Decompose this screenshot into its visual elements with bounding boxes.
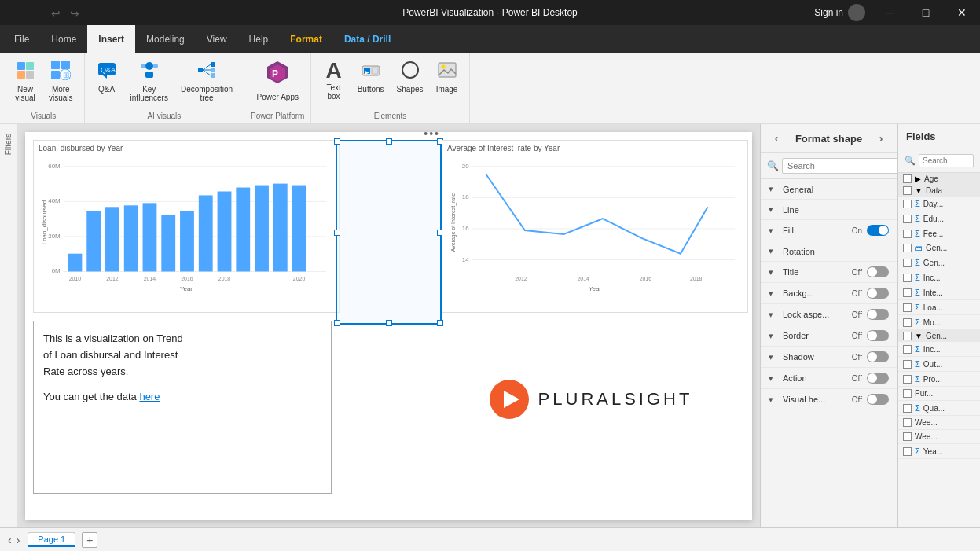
canvas-area[interactable]: Loan_disbursed by Year 60M 40M 20M 0M Lo… [17, 124, 760, 527]
prev-page-button[interactable]: ‹ [6, 534, 13, 546]
tab-help[interactable]: Help [238, 25, 280, 53]
field-gen2[interactable]: Σ Gen... [898, 255, 980, 270]
border-toggle[interactable] [867, 330, 889, 341]
age-group-checkbox[interactable] [903, 174, 912, 183]
field-inc[interactable]: Σ Inc... [898, 270, 980, 285]
decomposition-tree-button[interactable]: Decompositiontree [176, 57, 237, 105]
field-pro[interactable]: Σ Pro... [898, 372, 980, 387]
format-item-title[interactable]: ▾ Title Off [761, 262, 897, 283]
format-item-general[interactable]: ▾ General [761, 179, 897, 200]
day-checkbox[interactable] [903, 200, 912, 208]
selected-shape[interactable]: ••• [336, 140, 442, 325]
format-item-border[interactable]: ▾ Border Off [761, 325, 897, 347]
inte-checkbox[interactable] [903, 288, 912, 297]
image-button[interactable]: Image [431, 57, 463, 97]
shapes-button[interactable]: Shapes [392, 57, 428, 97]
fields-search-input[interactable] [919, 154, 974, 167]
tab-data-drill[interactable]: Data / Drill [333, 25, 402, 53]
field-wee1[interactable]: Wee... [898, 416, 980, 430]
user-avatar[interactable] [848, 4, 865, 21]
format-panel-prev[interactable]: ‹ [769, 130, 784, 146]
lock-toggle-track[interactable] [867, 309, 889, 320]
qa-button[interactable]: Q&A Q&A [91, 57, 123, 97]
bg-toggle[interactable] [867, 288, 889, 299]
field-gen1[interactable]: 🗃 Gen... [898, 241, 980, 255]
format-item-line[interactable]: ▾ Line [761, 200, 897, 220]
close-button[interactable]: ✕ [944, 0, 980, 25]
handle-bottom-left[interactable] [334, 320, 340, 326]
inc2-checkbox[interactable] [903, 345, 912, 354]
filters-toggle[interactable]: Filters [4, 134, 13, 155]
handle-middle-left[interactable] [334, 230, 340, 236]
visual-header-toggle-track[interactable] [867, 394, 889, 405]
handle-bottom-right[interactable] [437, 320, 443, 326]
field-inte[interactable]: Σ Inte... [898, 285, 980, 300]
border-toggle-track[interactable] [867, 330, 889, 341]
tab-format[interactable]: Format [279, 25, 333, 53]
maximize-button[interactable]: □ [908, 0, 944, 25]
line-chart-viz[interactable]: Average of Interest_rate by Year 20 18 1… [442, 140, 748, 313]
here-link[interactable]: here [139, 391, 160, 402]
shadow-toggle[interactable] [867, 351, 889, 362]
field-wee2[interactable]: Wee... [898, 430, 980, 444]
field-edu[interactable]: Σ Edu... [898, 211, 980, 226]
field-inc2[interactable]: Σ Inc... [898, 342, 980, 357]
qua-checkbox[interactable] [903, 404, 912, 413]
redo-button[interactable]: ↪ [66, 5, 83, 22]
field-fee[interactable]: Σ Fee... [898, 226, 980, 241]
title-toggle[interactable] [867, 266, 889, 277]
visual-header-toggle[interactable] [867, 394, 889, 405]
fill-toggle-track[interactable] [867, 225, 889, 236]
key-influencers-button[interactable]: Keyinfluencers [126, 57, 173, 105]
minimize-button[interactable]: ─ [872, 0, 908, 25]
format-item-rotation[interactable]: ▾ Rotation [761, 241, 897, 262]
shadow-toggle-track[interactable] [867, 351, 889, 362]
wee1-checkbox[interactable] [903, 418, 912, 427]
format-item-fill[interactable]: ▾ Fill On [761, 220, 897, 241]
fields-group-age[interactable]: ▶ Age [898, 173, 980, 185]
tab-home[interactable]: Home [40, 25, 87, 53]
yea-checkbox[interactable] [903, 447, 912, 456]
loa-checkbox[interactable] [903, 303, 912, 312]
bg-toggle-track[interactable] [867, 288, 889, 299]
fields-group-data[interactable]: ▼ Data [898, 185, 980, 197]
gen1-checkbox[interactable] [903, 244, 912, 252]
field-qua[interactable]: Σ Qua... [898, 401, 980, 416]
title-toggle-track[interactable] [867, 266, 889, 277]
action-toggle-track[interactable] [867, 373, 889, 384]
out-checkbox[interactable] [903, 360, 912, 369]
format-search-input[interactable] [782, 158, 901, 174]
mo-checkbox[interactable] [903, 318, 912, 327]
field-out[interactable]: Σ Out... [898, 357, 980, 372]
format-item-lock-aspect[interactable]: ▾ Lock aspe... Off [761, 304, 897, 325]
add-page-button[interactable]: + [82, 532, 97, 548]
field-loa[interactable]: Σ Loa... [898, 300, 980, 315]
new-visual-button[interactable]: Newvisual [9, 57, 41, 105]
field-day[interactable]: Σ Day... [898, 197, 980, 211]
tab-insert[interactable]: Insert [87, 25, 135, 53]
tab-file[interactable]: File [3, 25, 40, 53]
handle-top-center[interactable] [386, 138, 392, 145]
text-box-button[interactable]: A Textbox [317, 57, 349, 104]
edu-checkbox[interactable] [903, 215, 912, 223]
action-toggle[interactable] [867, 373, 889, 384]
fee-checkbox[interactable] [903, 230, 912, 238]
gen2-checkbox[interactable] [903, 259, 912, 267]
field-mo[interactable]: Σ Mo... [898, 315, 980, 330]
power-apps-button[interactable]: P Power Apps [252, 57, 303, 105]
handle-top-left[interactable] [334, 138, 340, 145]
data-group-checkbox[interactable] [903, 186, 912, 195]
inc-checkbox[interactable] [903, 274, 912, 282]
more-visuals-button[interactable]: ⊞ Morevisuals [44, 57, 78, 105]
page-1-tab[interactable]: Page 1 [28, 532, 75, 547]
format-item-background[interactable]: ▾ Backg... Off [761, 283, 897, 304]
pur-checkbox[interactable] [903, 389, 912, 398]
field-yea[interactable]: Σ Yea... [898, 444, 980, 459]
tab-modeling[interactable]: Modeling [135, 25, 196, 53]
format-item-action[interactable]: ▾ Action Off [761, 368, 897, 389]
bar-chart-viz[interactable]: Loan_disbursed by Year 60M 40M 20M 0M Lo… [33, 140, 340, 313]
field-pur[interactable]: Pur... [898, 387, 980, 401]
tab-view[interactable]: View [196, 25, 238, 53]
next-page-button[interactable]: › [15, 534, 22, 546]
lock-toggle[interactable] [867, 309, 889, 320]
